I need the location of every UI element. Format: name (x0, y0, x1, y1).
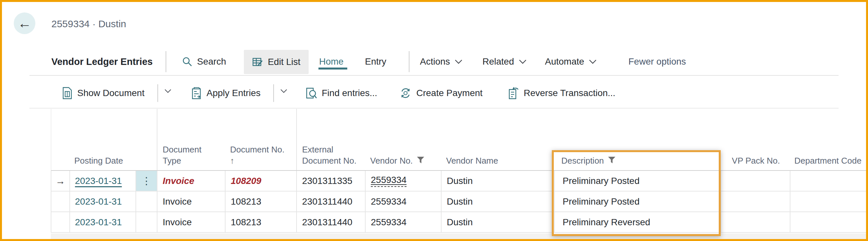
column-header-vp-pack-no[interactable]: VP Pack No. (720, 109, 790, 170)
cell-document-type[interactable]: Invoice (157, 212, 225, 232)
menu-actions[interactable]: Actions (420, 54, 463, 69)
cell-vp-pack-no[interactable] (720, 212, 790, 232)
reverse-transaction-icon (507, 87, 519, 99)
fewer-options-button[interactable]: Fewer options (628, 54, 686, 69)
column-header-external-document-no[interactable]: External Document No. (296, 109, 365, 170)
create-payment-icon (399, 87, 412, 99)
cell-vendor-no[interactable]: 2559334 (365, 171, 441, 191)
apply-entries-split-chevron[interactable] (280, 89, 287, 95)
row-marker (52, 191, 69, 212)
show-document-button[interactable]: Show Document (62, 85, 144, 102)
page-title: 2559334 · Dustin (52, 18, 126, 29)
reverse-transaction-button[interactable]: Reverse Transaction... (507, 85, 615, 102)
cell-document-no[interactable]: 108213 (225, 212, 296, 232)
chevron-down-icon (455, 59, 463, 64)
row-marker (52, 212, 69, 232)
vendor-ledger-entries-window: ← 2559334 · Dustin Vendor Ledger Entries… (0, 0, 868, 241)
search-button[interactable]: Search (182, 54, 226, 69)
column-header-row-marker (52, 109, 69, 170)
cell-vp-pack-no[interactable] (720, 171, 790, 191)
table-row: 2023-01-31 Invoice 108213 2301311440 255… (51, 212, 868, 233)
show-document-split-chevron[interactable] (164, 89, 172, 95)
search-label: Search (197, 56, 226, 67)
menu-automate[interactable]: Automate (545, 54, 597, 69)
menu-related[interactable]: Related (483, 54, 527, 69)
menu-divider (409, 51, 409, 72)
chevron-down-icon (519, 59, 527, 64)
cell-external-document-no[interactable]: 2301311440 (296, 191, 365, 212)
filter-funnel-icon (417, 155, 425, 166)
show-document-icon (62, 87, 73, 99)
cell-description[interactable]: Preliminary Reversed (554, 212, 720, 232)
table-row: 2023-01-31 Invoice 108213 2301311440 255… (51, 191, 868, 212)
cell-vp-pack-no[interactable] (720, 191, 790, 212)
cell-document-no[interactable]: 108209 (225, 171, 296, 191)
row-ellipsis-cell (135, 191, 157, 212)
column-header-vendor-no[interactable]: Vendor No. (365, 109, 441, 170)
selected-row-pointer-icon: → (52, 171, 69, 191)
cell-department-code[interactable] (790, 191, 868, 212)
sort-ascending-icon: ↑ (230, 156, 234, 166)
cell-vendor-name[interactable]: Dustin (441, 191, 554, 212)
row-ellipsis-menu[interactable]: ⋮ (135, 171, 157, 191)
cell-department-code[interactable] (790, 171, 868, 191)
menu-divider (165, 51, 166, 72)
toolbar-divider (273, 84, 274, 102)
table-row: → 2023-01-31 ⋮ Invoice 108209 2301311335… (51, 171, 868, 191)
vendor-ledger-entries-table: Posting Date Document Type Document No. … (51, 109, 868, 233)
cell-description[interactable]: Preliminary Posted (554, 171, 720, 191)
cell-vendor-no[interactable]: 2559334 (365, 212, 441, 232)
create-payment-button[interactable]: Create Payment (399, 85, 483, 102)
active-tab-underline (318, 68, 347, 70)
tab-entry[interactable]: Entry (365, 54, 386, 69)
cell-document-type[interactable]: Invoice (157, 171, 225, 191)
column-header-posting-date[interactable]: Posting Date (69, 109, 135, 170)
cell-vendor-name[interactable]: Dustin (441, 212, 554, 232)
find-entries-icon (305, 87, 317, 99)
cell-posting-date[interactable]: 2023-01-31 (69, 171, 135, 191)
back-button[interactable]: ← (14, 12, 35, 34)
vertical-ellipsis-icon: ⋮ (142, 175, 152, 187)
list-caption: Vendor Ledger Entries (52, 54, 153, 69)
column-header-document-no[interactable]: Document No. ↑ (225, 109, 296, 170)
cell-posting-date[interactable]: 2023-01-31 (69, 191, 135, 212)
back-arrow-icon: ← (18, 16, 31, 31)
tab-home[interactable]: Home (319, 54, 344, 69)
filter-funnel-icon (608, 155, 616, 166)
column-header-description[interactable]: Description (554, 109, 720, 170)
cell-posting-date[interactable]: 2023-01-31 (69, 212, 135, 232)
cell-vendor-name[interactable]: Dustin (441, 171, 554, 191)
edit-list-label: Edit List (268, 57, 301, 67)
cell-document-no[interactable]: 108213 (225, 191, 296, 212)
cell-vendor-no[interactable]: 2559334 (365, 191, 441, 212)
cell-external-document-no[interactable]: 2301311335 (296, 171, 365, 191)
column-header-ellipsis (135, 109, 157, 170)
cell-department-code[interactable] (790, 212, 868, 232)
edit-list-button[interactable]: Edit List (244, 50, 309, 74)
table-footer-strip (51, 234, 866, 239)
cell-external-document-no[interactable]: 2301311440 (296, 212, 365, 232)
table-header-row: Posting Date Document Type Document No. … (51, 109, 868, 171)
cell-document-type[interactable]: Invoice (157, 191, 225, 212)
ribbon-bottom-border (29, 75, 839, 76)
toolbar-divider (157, 84, 158, 102)
toolbar-bottom-border (29, 108, 839, 109)
row-ellipsis-cell (135, 212, 157, 232)
find-entries-button[interactable]: Find entries... (305, 85, 377, 102)
column-header-department-code[interactable]: Department Code (790, 109, 868, 170)
column-header-document-type[interactable]: Document Type (157, 109, 225, 170)
apply-entries-button[interactable]: Apply Entries (191, 85, 260, 102)
chevron-down-icon (589, 59, 597, 64)
apply-entries-icon (191, 87, 202, 99)
edit-list-icon (252, 56, 263, 68)
search-icon (182, 56, 192, 67)
cell-description[interactable]: Preliminary Posted (554, 191, 720, 212)
column-header-vendor-name[interactable]: Vendor Name (441, 109, 554, 170)
